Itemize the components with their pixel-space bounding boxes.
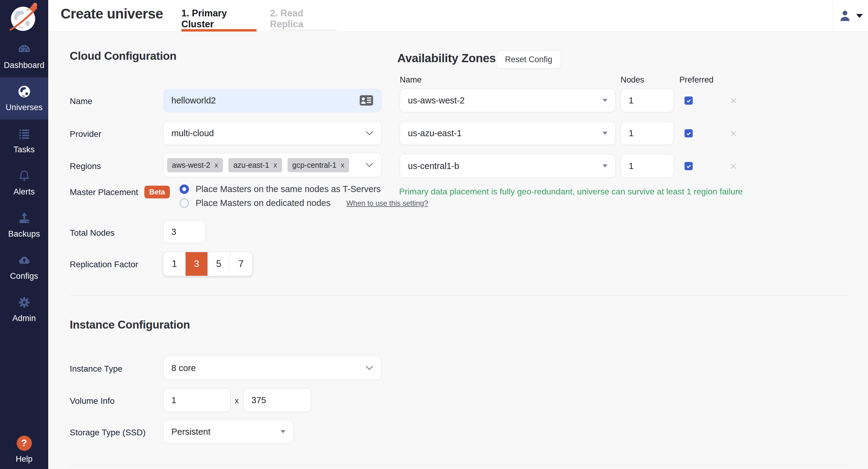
sidebar-item-label: Admin — [12, 314, 36, 323]
az-zone-value: us-azu-east-1 — [408, 128, 462, 138]
chevron-down-icon — [366, 163, 373, 167]
region-remove-icon[interactable]: x — [341, 161, 344, 169]
replication-factor-group: 1 3 5 7 — [163, 252, 252, 276]
volume-info-label: Volume Info — [70, 396, 115, 406]
check-icon — [686, 98, 692, 104]
replication-option-3[interactable]: 3 — [186, 252, 208, 276]
az-nodes-input[interactable]: 1 — [621, 121, 674, 145]
az-zone-select[interactable]: us-aws-west-2 — [400, 89, 616, 112]
volume-size-value: 375 — [251, 395, 266, 405]
az-remove-icon[interactable] — [730, 97, 737, 105]
replication-option-label: 7 — [238, 258, 244, 270]
az-remove-icon[interactable] — [730, 129, 737, 137]
radio-same-nodes[interactable]: Place Masters on the same nodes as T-Ser… — [180, 184, 381, 194]
instance-config-heading: Instance Configuration — [70, 318, 190, 331]
create-universe-form: Cloud Configuration Name helloworld2 Pro… — [48, 32, 868, 469]
cloud-config-heading: Cloud Configuration — [70, 50, 177, 62]
volume-size-input[interactable]: 375 — [243, 388, 311, 412]
total-nodes-input[interactable]: 3 — [163, 220, 206, 243]
sidebar-item-tasks[interactable]: Tasks — [0, 120, 48, 162]
user-menu[interactable] — [833, 0, 868, 32]
sidebar-item-help[interactable]: ? Help — [0, 431, 48, 468]
tab-read-replica[interactable]: 2. Read Replica — [270, 0, 337, 32]
region-tag-label: azu-east-1 — [233, 161, 269, 169]
total-nodes-value: 3 — [172, 227, 176, 237]
az-zone-select[interactable]: us-azu-east-1 — [400, 121, 616, 145]
sidebar-item-universes[interactable]: Universes — [0, 77, 48, 120]
sidebar-item-alerts[interactable]: Alerts — [0, 162, 48, 204]
az-nodes-value: 1 — [629, 128, 633, 138]
az-nodes-value: 1 — [629, 96, 633, 105]
page-title: Create universe — [61, 5, 163, 22]
check-icon — [686, 130, 692, 136]
placement-status-message: Primary data placement is fully geo-redu… — [399, 187, 743, 196]
sidebar-item-backups[interactable]: Backups — [0, 204, 48, 246]
instance-type-label: Instance Type — [70, 364, 123, 374]
dashboard-icon — [17, 42, 31, 56]
sidebar-item-label: Dashboard — [4, 61, 44, 70]
az-preferred-checkbox[interactable] — [684, 162, 693, 170]
globe-rocket-logo-icon — [7, 1, 41, 34]
dropdown-arrow-icon — [602, 99, 608, 102]
instance-type-value: 8 core — [172, 363, 196, 373]
top-header: Create universe 1. Primary Cluster 2. Re… — [48, 0, 868, 32]
storage-type-select[interactable]: Persistent — [163, 420, 293, 443]
create-universe-page: Dashboard Universes Tasks — [0, 0, 868, 469]
tab-primary-cluster[interactable]: 1. Primary Cluster — [181, 0, 256, 32]
provider-label: Provider — [70, 129, 101, 139]
sidebar-item-admin[interactable]: Admin — [0, 288, 48, 331]
region-tag: gcp-central-1 x — [287, 158, 349, 172]
backups-icon — [17, 211, 31, 225]
az-remove-icon[interactable] — [730, 162, 737, 170]
total-nodes-label: Total Nodes — [70, 228, 115, 238]
replication-option-label: 1 — [172, 258, 177, 270]
az-zone-select[interactable]: us-central1-b — [400, 154, 616, 178]
master-placement-label-row: Master Placement Beta — [70, 186, 170, 198]
replication-option-5[interactable]: 5 — [208, 252, 230, 276]
reset-config-button[interactable]: Reset Config — [496, 50, 561, 68]
radio-unselected-icon — [180, 198, 189, 208]
sidebar-item-label: Universes — [6, 103, 43, 112]
instance-type-select[interactable]: 8 core — [163, 356, 381, 380]
universe-name-input[interactable]: helloworld2 — [163, 89, 381, 112]
chevron-down-icon — [366, 131, 373, 135]
provider-select[interactable]: multi-cloud — [163, 121, 381, 145]
sidebar-item-label: Help — [16, 455, 33, 464]
dropdown-arrow-icon — [602, 164, 608, 167]
radio-dedicated-nodes[interactable]: Place Masters on dedicated nodes When to… — [180, 198, 428, 208]
active-tab-underline — [181, 29, 256, 32]
sidebar-item-label: Backups — [8, 229, 40, 239]
az-preferred-checkbox[interactable] — [684, 96, 693, 105]
az-column-nodes: Nodes — [621, 75, 644, 85]
dropdown-arrow-icon — [602, 132, 608, 135]
az-preferred-checkbox[interactable] — [684, 129, 693, 137]
app-logo[interactable] — [0, 0, 48, 35]
tab-label: 2. Read Replica — [270, 8, 337, 30]
az-nodes-input[interactable]: 1 — [621, 154, 674, 178]
tab-label: 1. Primary Cluster — [181, 8, 256, 30]
volume-count-input[interactable]: 1 — [163, 388, 230, 412]
when-to-use-link[interactable]: When to use this setting? — [346, 199, 428, 208]
inactive-tab-underline — [270, 29, 337, 32]
sidebar-item-configs[interactable]: Configs — [0, 246, 48, 288]
replication-option-7[interactable]: 7 — [230, 252, 252, 276]
az-nodes-input[interactable]: 1 — [621, 89, 674, 112]
universe-name-value: helloworld2 — [172, 96, 216, 105]
sidebar-item-label: Tasks — [13, 145, 35, 154]
replication-option-1[interactable]: 1 — [163, 252, 186, 276]
region-tag-label: gcp-central-1 — [292, 161, 337, 169]
region-tag: aws-west-2 x — [167, 158, 223, 172]
section-divider — [70, 295, 849, 296]
region-remove-icon[interactable]: x — [274, 161, 277, 169]
provider-value: multi-cloud — [172, 128, 214, 138]
regions-multiselect[interactable]: aws-west-2 x azu-east-1 x gcp-central-1 … — [163, 153, 381, 177]
availability-zones-heading: Availability Zones — [397, 52, 496, 65]
region-remove-icon[interactable]: x — [214, 161, 218, 169]
radio-label: Place Masters on dedicated nodes — [196, 198, 331, 208]
dropdown-arrow-icon — [281, 430, 285, 433]
bottom-divider — [70, 465, 849, 465]
radio-selected-icon — [180, 184, 189, 194]
beta-badge: Beta — [144, 186, 170, 198]
sidebar-item-dashboard[interactable]: Dashboard — [0, 35, 48, 77]
storage-type-label: Storage Type (SSD) — [70, 428, 146, 437]
